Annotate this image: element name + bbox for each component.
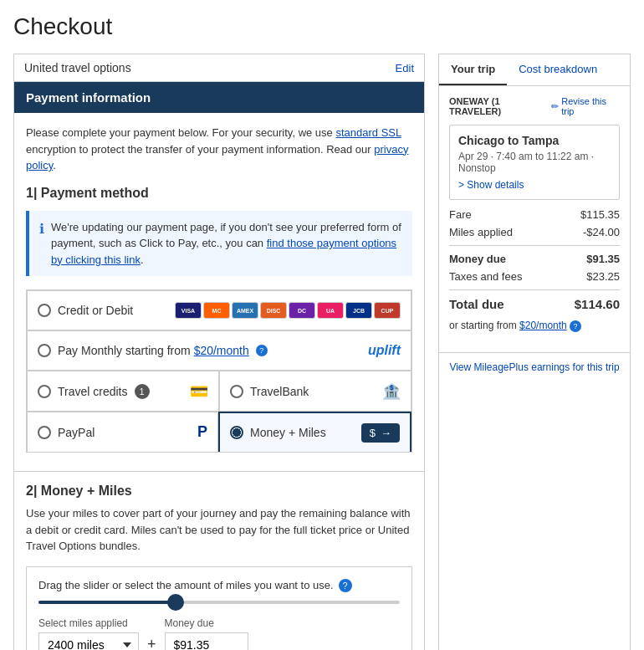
miles-select-group: Select miles applied 2400 miles 1000 mil…: [38, 617, 139, 651]
money-due-label: Money due: [165, 617, 248, 629]
total-label: Total due: [449, 297, 504, 311]
money-due-group: Money due: [165, 617, 248, 651]
info-text: We're updating our payment page, if you …: [51, 219, 402, 269]
miles-description: Use your miles to cover part of your jou…: [26, 505, 412, 555]
payment-info-header: Payment information: [14, 82, 424, 113]
flight-route: Chicago to Tampa: [458, 134, 611, 147]
tab-cost-breakdown[interactable]: Cost breakdown: [507, 54, 609, 85]
amex-icon: AMEX: [232, 302, 258, 319]
divider1: [449, 245, 620, 246]
miles-inputs: Select miles applied 2400 miles 1000 mil…: [38, 617, 400, 651]
money-due-right-label: Money due: [449, 253, 506, 265]
payment-option-paypal[interactable]: PayPal P: [27, 412, 218, 452]
miles-section: 2| Money + Miles Use your miles to cover…: [14, 471, 424, 650]
paypal-label: PayPal: [58, 426, 95, 439]
payment-option-monthly[interactable]: Pay Monthly starting from $20/month ? up…: [27, 330, 411, 371]
miles-applied-row: Miles applied -$24.00: [449, 226, 620, 238]
right-panel: Your trip Cost breakdown ONEWAY (1 TRAVE…: [438, 54, 631, 650]
miles-applied-value: -$24.00: [583, 226, 620, 238]
show-details-link[interactable]: > Show details: [458, 179, 524, 191]
slider-label: Drag the slider or select the amount of …: [38, 579, 400, 592]
visa-icon: VISA: [175, 302, 202, 319]
monthly-label: Pay Monthly starting from $20/month: [58, 344, 249, 357]
taxes-label: Taxes and fees: [449, 270, 522, 283]
page-title: Checkout: [13, 13, 631, 40]
taxes-row: Taxes and fees $23.25: [449, 270, 620, 283]
radio-paypal: [38, 426, 51, 439]
credit-card-icon: 💳: [190, 382, 208, 401]
total-due-row: Total due $114.60: [449, 297, 620, 311]
money-miles-label: Money + Miles: [250, 426, 326, 439]
radio-travel-credits: [38, 385, 51, 398]
plus-sign: +: [147, 621, 156, 650]
edit-link[interactable]: Edit: [396, 62, 414, 74]
info-box: ℹ We're updating our payment page, if yo…: [26, 211, 412, 277]
travelbank-label: TravelBank: [250, 385, 309, 398]
cup-icon: CUP: [374, 302, 401, 319]
payment-option-money-miles[interactable]: Money + Miles $ →: [218, 412, 411, 452]
money-due-right-value: $91.35: [586, 253, 620, 265]
monthly-amount-link[interactable]: $20/month: [194, 344, 249, 357]
miles-applied-label: Miles applied: [449, 226, 513, 238]
ssl-link[interactable]: standard SSL: [335, 126, 401, 139]
oneway-label: ONEWAY (1 TRAVELER): [449, 96, 551, 116]
fare-value: $115.35: [580, 208, 620, 221]
select-label: Select miles applied: [38, 617, 139, 629]
dollar-icon: $: [370, 427, 376, 439]
radio-money-miles: [230, 426, 243, 439]
miles-slider[interactable]: [38, 601, 400, 604]
taxes-value: $23.25: [586, 270, 620, 283]
uatp-icon: UA: [317, 302, 344, 319]
trip-content: ONEWAY (1 TRAVELER) ✏ Revise this trip C…: [439, 86, 630, 352]
starting-from-link[interactable]: $20/month: [519, 320, 567, 331]
monthly-info-icon: ?: [256, 345, 268, 356]
panel-header-title: United travel options: [24, 61, 131, 74]
money-due-row: Money due $91.35: [449, 253, 620, 265]
miles-select[interactable]: 2400 miles 1000 miles 3000 miles: [38, 632, 139, 651]
oneway-header: ONEWAY (1 TRAVELER) ✏ Revise this trip: [449, 96, 620, 116]
flight-details: Apr 29 · 7:40 am to 11:22 am · Nonstop: [458, 151, 611, 174]
payment-option-credit[interactable]: Credit or Debit VISA MC AMEX DISC DC UA …: [27, 290, 411, 330]
revise-link[interactable]: ✏ Revise this trip: [551, 96, 620, 116]
jcb-icon: JCB: [345, 302, 372, 319]
radio-monthly: [38, 344, 51, 357]
uplift-logo: uplift: [368, 343, 401, 358]
money-due-input[interactable]: [165, 632, 248, 651]
slider-box: Drag the slider or select the amount of …: [26, 566, 412, 651]
section2-title: 2| Money + Miles: [26, 484, 412, 499]
panel-header: United travel options Edit: [14, 54, 424, 82]
fare-row: Fare $115.35: [449, 208, 620, 221]
credit-label: Credit or Debit: [58, 304, 133, 317]
money-miles-badge: $ →: [361, 423, 400, 443]
mastercard-icon: MC: [203, 302, 230, 319]
diners-icon: DC: [289, 302, 315, 319]
trip-tabs: Your trip Cost breakdown: [439, 54, 630, 86]
edit-icon: ✏: [551, 101, 559, 112]
radio-travelbank: [230, 385, 243, 398]
travel-credits-badge: 1: [135, 384, 150, 399]
starting-from: or starting from $20/month ?: [449, 320, 620, 332]
starting-from-info-icon: ?: [570, 320, 581, 332]
section1-title: 1| Payment method: [26, 186, 412, 201]
arrow-icon: →: [381, 427, 391, 439]
security-text: Please complete your payment below. For …: [26, 125, 412, 174]
card-icons: VISA MC AMEX DISC DC UA JCB CUP: [175, 302, 401, 319]
divider2: [449, 289, 620, 290]
info-icon: ℹ: [39, 219, 44, 269]
flight-card: Chicago to Tampa Apr 29 · 7:40 am to 11:…: [449, 125, 620, 200]
payment-option-travelbank[interactable]: TravelBank 🏦: [219, 371, 411, 411]
paypal-icon: P: [197, 423, 207, 441]
radio-credit: [38, 304, 51, 317]
slider-fill: [38, 601, 176, 604]
total-value: $114.60: [575, 297, 620, 311]
travelbank-icon: 🏦: [382, 382, 401, 401]
mileage-earnings-link[interactable]: View MileagePlus earnings for this trip: [439, 352, 630, 381]
left-panel: United travel options Edit Payment infor…: [13, 54, 425, 650]
payment-option-travel-credits[interactable]: Travel credits 1 💳: [27, 371, 219, 411]
discover-icon: DISC: [260, 302, 287, 319]
fare-label: Fare: [449, 208, 472, 221]
travel-credits-label: Travel credits: [58, 385, 128, 398]
tab-your-trip[interactable]: Your trip: [439, 54, 507, 85]
slider-thumb[interactable]: [167, 594, 184, 611]
slider-info-icon: ?: [339, 579, 352, 592]
